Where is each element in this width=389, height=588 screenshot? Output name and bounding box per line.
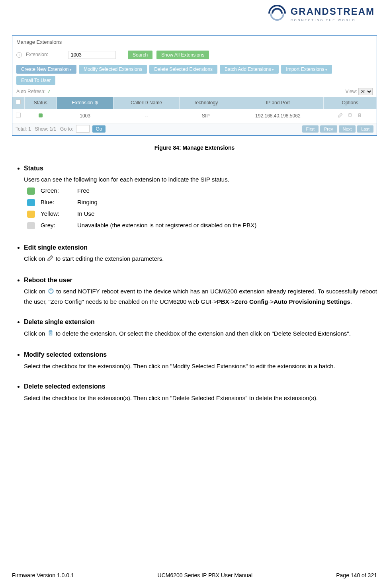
last-button[interactable]: Last: [357, 125, 373, 133]
table-row: 1003 -- SIP 192.168.40.198:5062: [12, 109, 377, 123]
heading-modify-selected: Modify selected extensions: [24, 350, 377, 360]
heading-delete-selected: Delete selected extensions: [24, 382, 377, 392]
cell-callerid: --: [113, 109, 180, 123]
search-button[interactable]: Search: [128, 51, 152, 59]
col-ip-port[interactable]: IP and Port: [232, 97, 324, 109]
legend-green-desc: Free: [75, 185, 259, 196]
panel-title: Manage Extensions: [12, 36, 377, 49]
total-label: Total: 1: [16, 126, 31, 132]
footer-manual: UCM6200 Series IP PBX User Manual: [158, 571, 253, 580]
reboot-paragraph: Click on to send NOTIFY reboot event to …: [24, 287, 377, 306]
delete-selected-paragraph: Select the checkbox for the extension(s)…: [24, 393, 377, 402]
prev-button[interactable]: Prev: [320, 125, 337, 133]
swatch-yellow-icon: [27, 211, 35, 218]
footer-firmware: Firmware Version 1.0.0.1: [12, 571, 74, 580]
reboot-icon[interactable]: [347, 112, 353, 120]
heading-edit: Edit single extension: [24, 243, 377, 253]
cell-tech: SIP: [180, 109, 232, 123]
status-legend: Green: Free Blue: Ringing Yellow: In Use…: [24, 184, 260, 232]
heading-reboot: Reboot the user: [24, 275, 377, 285]
goto-label: Go to:: [60, 126, 73, 132]
col-extension[interactable]: Extension ⊕: [57, 97, 113, 109]
edit-icon[interactable]: [338, 112, 343, 120]
col-technology[interactable]: Technology: [180, 97, 232, 109]
view-label: View:: [346, 89, 357, 94]
cell-extension: 1003: [57, 109, 113, 123]
legend-grey-name: Grey:: [38, 220, 74, 231]
auto-refresh-label: Auto Refresh:: [16, 89, 45, 94]
heading-delete: Delete single extension: [24, 317, 377, 327]
first-button[interactable]: First: [302, 125, 319, 133]
legend-yellow-name: Yellow:: [38, 208, 74, 219]
cell-ipport: 192.168.40.198:5062: [232, 109, 324, 123]
delete-selected-button[interactable]: Delete Selected Extensions: [149, 65, 217, 74]
show-all-button[interactable]: Show All Extensions: [156, 51, 209, 59]
legend-blue-name: Blue:: [38, 197, 74, 207]
show-label: Show: 1/1: [35, 126, 56, 132]
legend-grey-desc: Unavailable (the extension is not regist…: [75, 220, 259, 231]
extension-input[interactable]: [68, 51, 116, 59]
create-extension-button[interactable]: Create New Extension: [16, 65, 76, 74]
legend-yellow-desc: In Use: [75, 208, 259, 219]
modify-selected-button[interactable]: Modify Selected Extensions: [79, 65, 147, 74]
view-select[interactable]: 30: [358, 88, 373, 95]
go-button[interactable]: Go: [92, 125, 105, 133]
logo-icon: [268, 5, 286, 22]
legend-green-name: Green:: [38, 185, 74, 196]
logo-text: GRANDSTREAM: [291, 4, 375, 19]
logo-tagline: CONNECTING THE WORLD: [291, 18, 375, 23]
trash-icon: [47, 329, 54, 339]
swatch-grey-icon: [27, 222, 35, 229]
swatch-green-icon: [27, 188, 35, 195]
email-to-user-button[interactable]: Email To User: [16, 76, 55, 85]
extension-label: Extension:: [26, 51, 48, 59]
delete-paragraph: Click on to delete the extension. Or sel…: [24, 329, 377, 339]
row-checkbox[interactable]: [16, 113, 21, 117]
select-all-checkbox[interactable]: [16, 100, 21, 104]
col-status[interactable]: Status: [24, 97, 57, 109]
edit-paragraph: Click on to start editing the extension …: [24, 254, 377, 264]
manage-extensions-screenshot: Manage Extensions i Extension: Search Sh…: [12, 35, 377, 136]
batch-add-button[interactable]: Batch Add Extensions: [220, 65, 279, 74]
figure-caption: Figure 84: Manage Extensions: [12, 144, 377, 152]
content-list: Status Users can see the following icon …: [12, 164, 377, 402]
modify-selected-paragraph: Select the checkbox for the extension(s)…: [24, 361, 377, 371]
status-intro: Users can see the following icon for eac…: [24, 175, 377, 184]
legend-blue-desc: Ringing: [75, 197, 259, 207]
checkmark-icon: ✓: [47, 89, 51, 94]
goto-input[interactable]: [76, 125, 90, 133]
pencil-icon: [47, 254, 54, 264]
footer-page: Page 140 of 321: [336, 571, 377, 580]
power-icon: [47, 287, 55, 297]
next-button[interactable]: Next: [339, 125, 356, 133]
delete-icon[interactable]: [357, 112, 362, 120]
page-footer: Firmware Version 1.0.0.1 UCM6200 Series …: [12, 571, 377, 580]
brand-logo: GRANDSTREAM CONNECTING THE WORLD: [12, 4, 377, 23]
import-extensions-button[interactable]: Import Extensions: [281, 65, 332, 74]
col-callerid[interactable]: CallerID Name: [113, 97, 180, 109]
swatch-blue-icon: [27, 199, 35, 206]
col-options[interactable]: Options: [324, 97, 377, 109]
page: GRANDSTREAM CONNECTING THE WORLD Manage …: [0, 0, 389, 588]
info-icon: i: [16, 52, 22, 58]
status-dot-icon: [39, 113, 43, 117]
heading-status: Status: [24, 164, 377, 174]
extensions-table: Status Extension ⊕ CallerID Name Technol…: [12, 97, 377, 123]
